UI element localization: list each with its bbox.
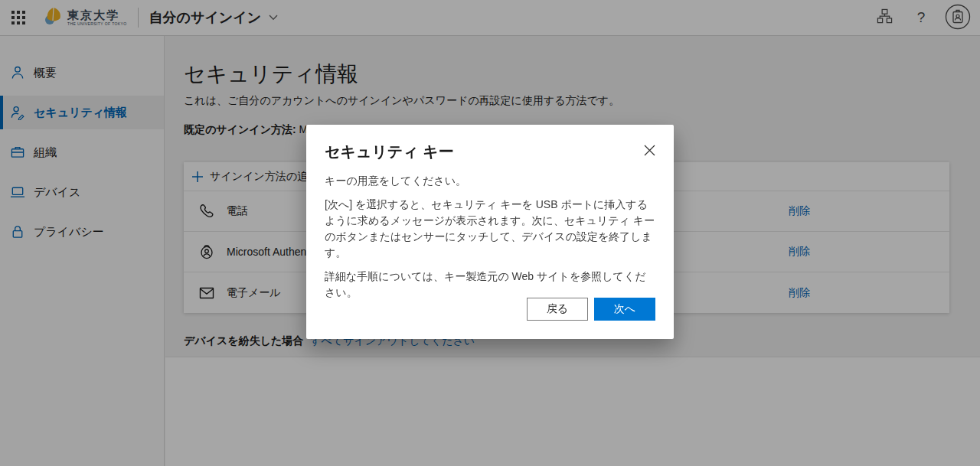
close-dialog-button[interactable] xyxy=(641,142,658,161)
close-icon xyxy=(644,145,655,158)
dialog-paragraph-2: [次へ] を選択すると、セキュリティ キーを USB ポートに挿入するように求め… xyxy=(325,197,655,261)
dialog-paragraph-1: キーの用意をしてください。 xyxy=(325,173,655,189)
next-button[interactable]: 次へ xyxy=(594,298,655,321)
dialog-paragraph-3: 詳細な手順については、キー製造元の Web サイトを参照してください。 xyxy=(325,269,655,301)
back-button[interactable]: 戻る xyxy=(527,298,588,321)
security-key-dialog: セキュリティ キー キーの用意をしてください。 [次へ] を選択すると、セキュリ… xyxy=(306,125,674,339)
dialog-title: セキュリティ キー xyxy=(325,142,454,162)
